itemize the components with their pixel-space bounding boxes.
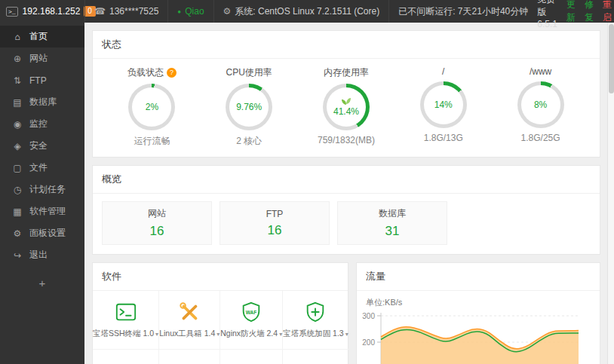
sidebar-item-security[interactable]: ◈ 安全 bbox=[0, 135, 84, 157]
overview-label: 网站 bbox=[148, 207, 166, 220]
gauge-sub: 2 核心 bbox=[204, 135, 293, 148]
topbar-system-info: ⚙ 系统: CentOS Linux 7.2.1511 (Core) bbox=[213, 0, 389, 23]
repair-button[interactable]: 修复 bbox=[585, 0, 594, 24]
sidebar-item-home[interactable]: ⌂ 首页 bbox=[0, 26, 84, 47]
scrollbar-thumb[interactable] bbox=[609, 24, 614, 93]
sidebar-item-settings[interactable]: ⚙ 面板设置 bbox=[0, 222, 84, 244]
status-card-title: 状态 bbox=[93, 31, 600, 59]
sidebar-label: 退出 bbox=[29, 249, 48, 262]
globe-icon: ⊕ bbox=[12, 54, 23, 64]
svg-text:WAF: WAF bbox=[246, 310, 257, 315]
server-ip-block[interactable]: >_ 192.168.1.252 0 bbox=[0, 0, 84, 23]
topbar-uptime: 已不间断运行: 7天21小时40分钟 bbox=[388, 0, 537, 23]
sidebar-item-logout[interactable]: ↪ 退出 bbox=[0, 244, 84, 266]
topbar-user[interactable]: ● Qiao bbox=[167, 0, 213, 23]
sidebar-item-database[interactable]: ▤ 数据库 bbox=[0, 91, 84, 113]
overview-sites[interactable]: 网站 16 bbox=[102, 201, 212, 245]
sidebar-label: 面板设置 bbox=[29, 227, 66, 240]
caret-down-icon: ▾ bbox=[345, 331, 348, 338]
topbar-phone[interactable]: ☎ 136****7525 bbox=[84, 0, 167, 23]
transfer-icon: ⇅ bbox=[12, 75, 23, 86]
leaf-icon bbox=[341, 97, 352, 106]
software-label: Linux工具箱 1.4 bbox=[159, 329, 215, 339]
gauge-sub: 1.8G/25G bbox=[496, 133, 585, 143]
disk-www-gauge-ring: 8% bbox=[517, 81, 564, 128]
memory-gauge-ring: 41.4% bbox=[323, 84, 370, 130]
sidebar-item-ftp[interactable]: ⇅ FTP bbox=[0, 69, 84, 91]
tools-icon bbox=[178, 301, 201, 323]
overview-count: 31 bbox=[385, 224, 400, 239]
phone-number: 136****7525 bbox=[109, 6, 158, 17]
server-ip: 192.168.1.252 bbox=[23, 6, 81, 17]
overview-card-title: 概览 bbox=[93, 166, 600, 194]
gauge-sub: 运行流畅 bbox=[107, 135, 196, 148]
gear-icon: ⚙ bbox=[223, 6, 232, 17]
scrollbar-track[interactable] bbox=[607, 23, 614, 364]
grid-icon: ▦ bbox=[12, 206, 23, 217]
gauge-sub: 1.8G/13G bbox=[399, 133, 488, 143]
software-item-linux-toolbox[interactable]: Linux工具箱 1.4▾ bbox=[159, 291, 220, 350]
overview-ftp[interactable]: FTP 16 bbox=[220, 201, 330, 245]
sidebar-item-cron[interactable]: ◷ 计划任务 bbox=[0, 179, 84, 200]
exit-icon: ↪ bbox=[12, 250, 23, 261]
software-label: 宝塔SSH终端 1.0 bbox=[93, 329, 154, 339]
sidebar-label: 文件 bbox=[29, 161, 48, 174]
svg-text:300: 300 bbox=[362, 312, 375, 320]
sidebar-label: 首页 bbox=[29, 30, 48, 43]
overview-count: 16 bbox=[268, 223, 282, 238]
overview-database[interactable]: 数据库 31 bbox=[337, 201, 447, 245]
caret-down-icon: ▾ bbox=[216, 331, 220, 338]
sidebar-label: 监控 bbox=[29, 118, 48, 130]
gauge-value: 9.76% bbox=[236, 102, 262, 112]
gauge-label: /www bbox=[530, 66, 551, 77]
gauge-disk-www: /www 8% 1.8G/25G bbox=[496, 66, 585, 148]
gauge-value: 41.4% bbox=[333, 106, 359, 117]
traffic-card-title: 流量 bbox=[357, 263, 600, 291]
monitor-icon: ◉ bbox=[12, 119, 23, 130]
overview-label: 数据库 bbox=[379, 207, 406, 220]
software-item-system-hardening[interactable]: 宝塔系统加固 1.3▾ bbox=[283, 291, 348, 350]
software-item-nginx-firewall[interactable]: WAF Nginx防火墙 2.4▾ bbox=[220, 291, 283, 350]
gauge-disk-root: / 14% 1.8G/13G bbox=[399, 66, 488, 148]
software-label: Nginx防火墙 2.4 bbox=[220, 329, 278, 339]
shield-plus-icon bbox=[304, 301, 327, 323]
database-icon: ▤ bbox=[12, 97, 23, 108]
software-item-partial-2[interactable] bbox=[159, 350, 220, 364]
software-item-empty bbox=[220, 350, 283, 364]
gauge-value: 14% bbox=[434, 99, 453, 110]
update-button[interactable]: 更新 bbox=[566, 0, 576, 24]
traffic-card: 流量 单位:KB/s 300200100 bbox=[356, 262, 600, 364]
disk-root-gauge-ring: 14% bbox=[420, 81, 467, 128]
help-icon[interactable]: ? bbox=[167, 68, 177, 78]
sidebar-item-monitor[interactable]: ◉ 监控 bbox=[0, 113, 84, 135]
cpu-gauge-ring: 9.76% bbox=[226, 84, 272, 130]
sidebar-item-sites[interactable]: ⊕ 网站 bbox=[0, 47, 84, 69]
sidebar-collapse-button[interactable]: + bbox=[0, 277, 84, 289]
terminal-icon: >_ bbox=[6, 7, 18, 17]
caret-down-icon: ▾ bbox=[155, 331, 158, 338]
software-item-partial-1[interactable] bbox=[93, 350, 159, 364]
gauge-label: 内存使用率 bbox=[324, 66, 369, 79]
restart-button[interactable]: 重启 bbox=[603, 0, 612, 24]
sidebar-label: 网站 bbox=[29, 52, 48, 65]
shield-icon: ◈ bbox=[12, 141, 23, 151]
gauge-cpu: CPU使用率 9.76% 2 核心 bbox=[204, 66, 293, 148]
sidebar-label: 数据库 bbox=[29, 96, 57, 109]
online-dot-icon: ● bbox=[177, 8, 181, 15]
software-item-empty bbox=[283, 350, 348, 364]
system-text: 系统: CentOS Linux 7.2.1511 (Core) bbox=[235, 5, 379, 18]
sidebar-item-files[interactable]: ▢ 文件 bbox=[0, 157, 84, 179]
software-card-title: 软件 bbox=[93, 263, 348, 291]
waf-shield-icon: WAF bbox=[240, 301, 262, 323]
overview-card: 概览 网站 16 FTP 16 数据库 31 bbox=[92, 165, 600, 255]
sidebar-label: FTP bbox=[29, 75, 47, 86]
username: Qiao bbox=[185, 6, 204, 17]
software-item-ssh-terminal[interactable]: 宝塔SSH终端 1.0▾ bbox=[93, 291, 159, 350]
sidebar-item-software[interactable]: ▦ 软件管理 bbox=[0, 200, 84, 222]
gauge-load: 负载状态 ? 2% 运行流畅 bbox=[107, 66, 196, 148]
home-icon: ⌂ bbox=[12, 32, 23, 42]
traffic-chart: 300200100 bbox=[357, 310, 600, 364]
traffic-unit-label: 单位:KB/s bbox=[357, 291, 600, 310]
gauge-label: 负载状态 bbox=[127, 66, 164, 79]
sidebar: ⌂ 首页 ⊕ 网站 ⇅ FTP ▤ 数据库 ◉ 监控 ◈ 安全 ▢ 文件 ◷ 计… bbox=[0, 23, 84, 364]
